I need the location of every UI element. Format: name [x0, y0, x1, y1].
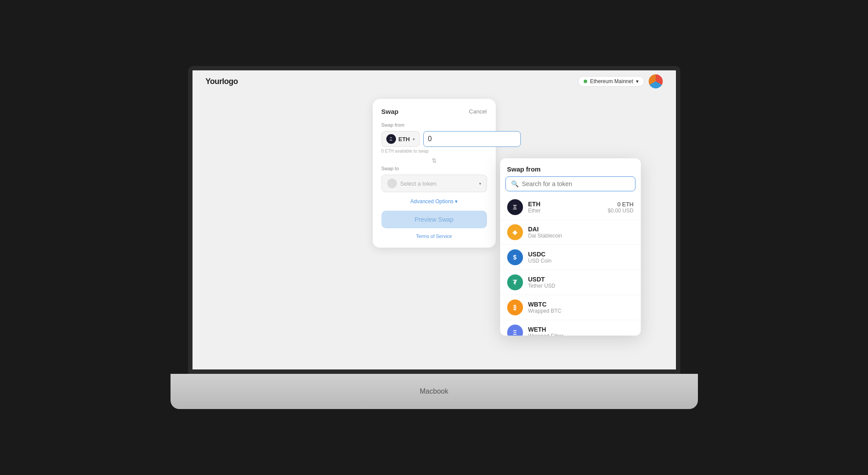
- advanced-options-label: Advanced Options ▾: [410, 198, 458, 205]
- balance-amount-text: 0 ETH: [608, 201, 634, 208]
- from-amount-input[interactable]: [423, 131, 521, 147]
- advanced-options[interactable]: Advanced Options ▾: [381, 198, 487, 205]
- token-symbol-text: USDC: [528, 251, 634, 258]
- eth-icon-symbol: Ξ: [389, 137, 392, 142]
- token-logo: Ξ: [507, 325, 523, 336]
- token-symbol-text: ETH: [528, 201, 603, 208]
- token-full-name-text: USD Coin: [528, 258, 634, 264]
- network-status-dot: [584, 80, 587, 83]
- token-logo: ◈: [507, 224, 523, 240]
- available-text: 0 ETH available to swap: [381, 149, 487, 153]
- token-list-item[interactable]: ₮ USDT Tether USD: [500, 270, 641, 295]
- cancel-button[interactable]: Cancel: [469, 108, 487, 115]
- token-list: Ξ ETH Ether 0 ETH $0.00 USD ◈ DAI Dai St…: [500, 195, 641, 336]
- laptop-frame: Yourlogo Ethereum Mainnet ▾ Swap Cancel …: [171, 66, 698, 409]
- token-logo: $: [507, 249, 523, 265]
- macbook-label: Macbook: [420, 387, 448, 395]
- swap-from-label: Swap from: [381, 122, 487, 128]
- from-token-symbol: ETH: [399, 136, 410, 142]
- token-logo: ₮: [507, 274, 523, 290]
- token-full-name-text: Tether USD: [528, 283, 634, 289]
- token-symbol-text: WETH: [528, 326, 634, 333]
- token-list-item[interactable]: ₿ WBTC Wrapped BTC: [500, 295, 641, 320]
- nav-right: Ethereum Mainnet ▾: [578, 74, 662, 88]
- token-search-box[interactable]: 🔍: [505, 176, 636, 191]
- token-list-item[interactable]: Ξ ETH Ether 0 ETH $0.00 USD: [500, 195, 641, 220]
- token-list-item[interactable]: ◈ DAI Dai Stablecoin: [500, 220, 641, 245]
- token-full-name-text: Wrapped BTC: [528, 308, 634, 314]
- from-token-chevron-icon: ▾: [413, 137, 415, 142]
- swap-card: Swap Cancel Swap from Ξ ETH ▾ 0 ETH avai…: [373, 99, 496, 248]
- eth-token-icon: Ξ: [386, 134, 396, 144]
- token-search-input[interactable]: [522, 180, 630, 187]
- laptop-screen: Yourlogo Ethereum Mainnet ▾ Swap Cancel …: [188, 66, 680, 374]
- token-balance: 0 ETH $0.00 USD: [608, 201, 634, 214]
- to-token-selector[interactable]: Select a token ▾: [381, 175, 487, 192]
- select-token-text: Select a token: [400, 180, 476, 187]
- token-logo: Ξ: [507, 199, 523, 215]
- top-nav: Yourlogo Ethereum Mainnet ▾: [192, 70, 676, 92]
- swap-to-label: Swap to: [381, 166, 487, 171]
- terms-of-service-link[interactable]: Terms of Service: [381, 234, 487, 239]
- token-list-item[interactable]: Ξ WETH Wrapped Ether: [500, 320, 641, 336]
- token-dropdown: Swap from 🔍 Ξ ETH Ether 0 ETH $0.00 USD …: [500, 158, 641, 336]
- swap-card-title: Swap: [381, 108, 399, 115]
- swap-direction-icon: ⇅: [381, 157, 487, 164]
- token-symbol-text: USDT: [528, 276, 634, 283]
- preview-swap-button[interactable]: Preview Swap: [381, 211, 487, 228]
- token-info: DAI Dai Stablecoin: [528, 226, 634, 239]
- token-full-name-text: Wrapped Ether: [528, 333, 634, 336]
- network-selector[interactable]: Ethereum Mainnet ▾: [578, 76, 644, 87]
- network-label: Ethereum Mainnet: [590, 78, 633, 84]
- token-full-name-text: Ether: [528, 208, 603, 214]
- token-info: ETH Ether: [528, 201, 603, 214]
- token-info: WBTC Wrapped BTC: [528, 301, 634, 314]
- token-info: USDC USD Coin: [528, 251, 634, 264]
- token-full-name-text: Dai Stablecoin: [528, 233, 634, 239]
- to-token-chevron-icon: ▾: [479, 181, 481, 186]
- screen-content: Yourlogo Ethereum Mainnet ▾ Swap Cancel …: [192, 70, 676, 369]
- dropdown-title: Swap from: [500, 158, 641, 176]
- token-info: USDT Tether USD: [528, 276, 634, 289]
- token-symbol-text: DAI: [528, 226, 634, 233]
- token-info: WETH Wrapped Ether: [528, 326, 634, 336]
- to-token-placeholder-icon: [387, 179, 397, 188]
- network-chevron-icon: ▾: [636, 78, 639, 84]
- search-icon: 🔍: [511, 180, 519, 187]
- from-token-selector[interactable]: Ξ ETH ▾: [381, 131, 420, 147]
- token-list-item[interactable]: $ USDC USD Coin: [500, 245, 641, 270]
- laptop-body: Macbook: [171, 374, 698, 409]
- swap-from-row: Ξ ETH ▾: [381, 131, 487, 147]
- wallet-avatar[interactable]: [649, 74, 663, 88]
- balance-usd-text: $0.00 USD: [608, 208, 634, 214]
- token-symbol-text: WBTC: [528, 301, 634, 308]
- app-logo: Yourlogo: [206, 77, 238, 86]
- swap-card-header: Swap Cancel: [381, 108, 487, 115]
- token-logo: ₿: [507, 300, 523, 315]
